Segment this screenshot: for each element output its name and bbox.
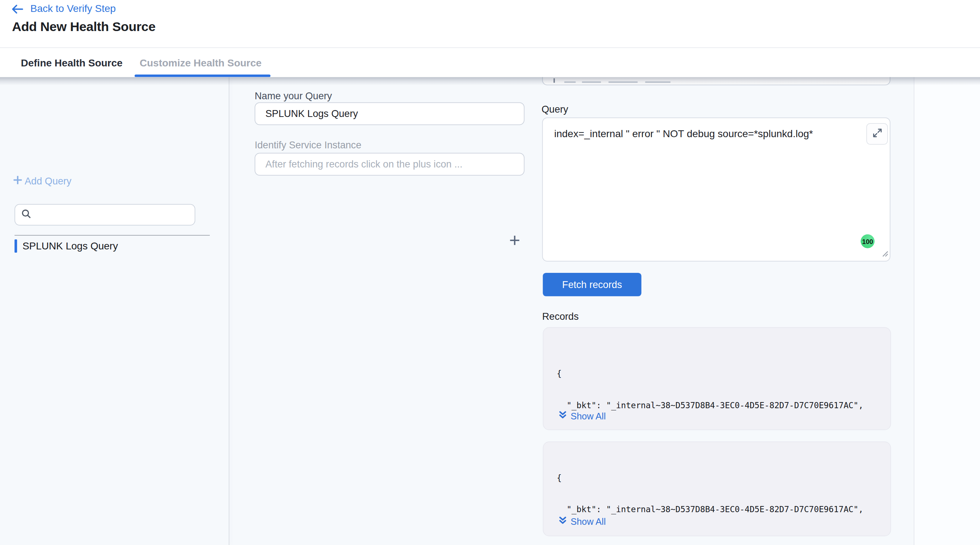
customize-health-source-panel: Add Query SPLUNK Logs Query Name your Qu… — [0, 77, 980, 545]
show-all-label: Show All — [571, 411, 606, 421]
expand-icon — [872, 127, 883, 141]
right-gutter — [914, 77, 980, 545]
query-name-input[interactable] — [255, 103, 524, 125]
record-count-badge: 100 — [861, 234, 875, 248]
clipped-text-remnant — [645, 81, 671, 83]
show-all-label: Show All — [571, 516, 606, 527]
clipped-input-above[interactable] — [542, 77, 891, 86]
service-instance-plus-icon[interactable] — [509, 235, 520, 246]
back-arrow-icon — [11, 4, 24, 13]
back-link-label: Back to Verify Step — [30, 3, 116, 15]
add-health-source-page: Back to Verify Step Add New Health Sourc… — [0, 0, 980, 545]
identify-service-instance-label: Identify Service Instance — [255, 140, 361, 151]
query-search-box[interactable] — [14, 204, 195, 226]
page-header: Back to Verify Step Add New Health Sourc… — [0, 0, 980, 48]
service-instance-input[interactable] — [255, 153, 524, 176]
search-icon — [22, 209, 31, 221]
resize-handle-icon[interactable] — [881, 248, 889, 260]
record-card: { "_bkt": "_internal~38~D537D8B4-3EC0-4D… — [543, 442, 891, 536]
sidebar-divider — [229, 77, 230, 545]
sidebar-rule — [14, 235, 210, 236]
sidebar-item-splunk-logs-query[interactable]: SPLUNK Logs Query — [14, 239, 118, 253]
page-title: Add New Health Source — [12, 19, 155, 34]
query-editor: index=_internal " error " NOT debug sour… — [542, 118, 891, 262]
panel-right-divider — [914, 77, 915, 545]
double-chevron-down-icon — [558, 516, 567, 527]
add-query-label: Add Query — [25, 176, 72, 187]
records-label: Records — [542, 311, 579, 322]
search-input[interactable] — [36, 209, 188, 221]
clipped-text-remnant — [608, 81, 638, 83]
double-chevron-down-icon — [558, 411, 567, 421]
record-card: { "_bkt": "_internal~38~D537D8B4-3EC0-4D… — [543, 327, 891, 430]
clipped-text-remnant — [582, 81, 601, 83]
back-to-verify-step-link[interactable]: Back to Verify Step — [11, 3, 116, 15]
tab-define-health-source[interactable]: Define Health Source — [21, 49, 123, 77]
selected-item-bar — [14, 239, 17, 253]
show-all-link[interactable]: Show All — [558, 516, 606, 527]
active-tab-underline — [135, 75, 270, 77]
json-line: "_bkt": "_internal~38~D537D8B4-3EC0-4D5E… — [557, 505, 863, 515]
json-line: { — [557, 369, 863, 379]
plus-icon — [13, 175, 23, 187]
json-line: "_bkt": "_internal~38~D537D8B4-3EC0-4D5E… — [557, 400, 863, 411]
query-label: Query — [542, 103, 568, 115]
name-your-query-label: Name your Query — [255, 90, 332, 102]
fetch-records-button[interactable]: Fetch records — [543, 273, 641, 296]
json-line: { — [557, 473, 863, 484]
query-item-label: SPLUNK Logs Query — [22, 240, 118, 252]
query-text[interactable]: index=_internal " error " NOT debug sour… — [554, 127, 852, 141]
show-all-link[interactable]: Show All — [558, 411, 606, 421]
clipped-text-remnant — [554, 78, 555, 83]
expand-query-button[interactable] — [866, 123, 888, 145]
tab-customize-health-source[interactable]: Customize Health Source — [140, 49, 262, 77]
clipped-text-remnant — [565, 81, 576, 83]
add-query-button[interactable]: Add Query — [13, 175, 72, 187]
health-source-tabbar: Define Health Source Customize Health So… — [0, 49, 980, 77]
